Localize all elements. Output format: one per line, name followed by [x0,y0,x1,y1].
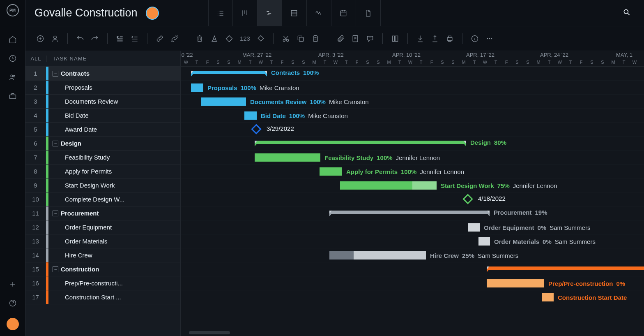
milestone-icon[interactable] [257,35,265,43]
unlink-icon[interactable] [170,35,179,43]
redo-icon[interactable] [91,35,99,43]
app-logo[interactable]: PM [7,4,19,16]
view-sheet[interactable] [282,0,307,26]
task-name: Construction [61,266,99,273]
gantt-task-bar[interactable]: Bid Date 100% Mike Cranston [244,111,257,120]
date-minor: M [309,60,320,66]
task-row[interactable]: 5 Award Date [25,123,180,137]
copy-icon[interactable] [297,35,305,43]
task-name: Award Date [48,126,97,133]
gantt-milestone[interactable] [251,124,261,134]
svg-point-9 [54,36,57,39]
gantt-task-bar[interactable]: Documents Review 100% Mike Cranston [201,97,246,106]
view-gantt[interactable] [258,0,282,26]
date-minor: M [608,60,619,66]
paste-icon[interactable] [311,35,320,43]
task-row[interactable]: 12 Order Equipment [25,220,180,234]
gantt-row: Bid Date 100% Mike Cranston [181,109,644,123]
text-style-icon[interactable] [210,35,218,43]
home-icon[interactable] [9,35,17,44]
task-row[interactable]: 14 Hire Crew [25,248,180,262]
task-row[interactable]: 4 Bid Date [25,109,180,123]
collapse-icon[interactable]: − [53,71,58,76]
more-icon[interactable] [485,35,494,43]
date-minor: S [586,60,597,66]
notes-icon[interactable] [351,35,359,43]
task-color-bar [46,206,48,220]
search-icon[interactable] [619,8,635,18]
date-major: APR, 17 '22 [466,52,494,58]
horizontal-scrollbar[interactable] [189,331,230,334]
print-icon[interactable] [446,35,454,43]
gantt-task-bar[interactable]: Apply for Permits 100% Jennifer Lennon [320,167,342,176]
task-row[interactable]: 9 Start Design Work [25,178,180,192]
task-row[interactable]: 17 Construction Start ... [25,290,180,304]
gantt-task-bar[interactable]: Order Equipment 0% Sam Summers [468,223,480,232]
date-minor: T [191,60,202,66]
gantt-milestone[interactable] [462,194,473,204]
task-number: 12 [25,220,46,234]
link-icon[interactable] [156,35,164,43]
team-icon[interactable] [9,73,17,81]
view-calendar[interactable] [331,0,356,26]
date-minor: T [490,60,501,66]
column-all[interactable]: ALL [25,56,47,62]
task-row[interactable]: 3 Documents Review [25,95,180,109]
project-avatar[interactable] [146,7,159,20]
add-task-icon[interactable] [36,35,44,43]
gantt-task-bar[interactable]: Feasibility Study 100% Jennifer Lennon [255,153,320,162]
gantt-task-bar[interactable]: Proposals 100% Mike Cranston [191,83,203,92]
task-row[interactable]: 2 Proposals [25,81,180,95]
collapse-icon[interactable]: − [53,266,58,272]
view-list[interactable] [208,0,233,26]
gantt-task-bar[interactable]: Prep/Pre-construction 0% [487,279,544,287]
task-row[interactable]: 10 Complete Design W... [25,192,180,206]
task-row[interactable]: 16 Prep/Pre-constructi... [25,276,180,290]
gantt-summary-bar[interactable]: Procurement 19% [329,211,490,214]
date-major: 3, 20 '22 [181,52,193,58]
date-minor: M [234,60,245,66]
info-icon[interactable] [471,35,479,43]
recent-icon[interactable] [9,54,17,63]
task-row[interactable]: 7 Feasibility Study [25,151,180,165]
tag-icon[interactable] [225,35,233,43]
indent-icon[interactable] [131,35,139,43]
comment-icon[interactable] [366,35,374,43]
view-board[interactable] [233,0,258,26]
view-file[interactable] [356,0,381,26]
delete-icon[interactable] [196,35,204,43]
view-dashboard[interactable] [307,0,331,26]
help-icon[interactable] [9,299,17,307]
gantt-summary-bar[interactable]: Design 80% [255,141,466,144]
collapse-icon[interactable]: − [53,141,58,146]
attach-icon[interactable] [336,35,345,43]
columns-icon[interactable] [391,35,399,43]
briefcase-icon[interactable] [9,92,17,100]
task-row[interactable]: 1 − Contracts [25,67,180,81]
gantt-summary-bar[interactable]: Contracts 100% [191,71,267,74]
gantt-task-bar[interactable]: Construction Start Date [542,293,554,301]
collapse-icon[interactable]: − [53,211,58,216]
gantt-task-bar[interactable]: Order Materials 0% Sam Summers [478,237,490,246]
task-row[interactable]: 8 Apply for Permits [25,165,180,178]
undo-icon[interactable] [76,35,84,43]
gantt-chart[interactable]: WTFSSMTWTFSSMTWTFSSMTWTFSSMTWTFSSMTWTFSS… [181,51,644,336]
task-row[interactable]: 11 − Procurement [25,206,180,220]
task-row[interactable]: 15 − Construction [25,262,180,276]
export-icon[interactable] [431,35,439,43]
column-task-name[interactable]: TASK NAME [47,56,87,62]
task-row[interactable]: 13 Order Materials [25,234,180,248]
date-major: APR, 24 '22 [540,52,568,58]
gantt-task-bar[interactable]: Start Design Work 75% Jennifer Lennon [340,181,437,190]
user-avatar[interactable] [7,318,19,330]
assign-icon[interactable] [51,35,59,43]
gantt-summary-bar[interactable]: Construction [487,266,644,270]
import-icon[interactable] [416,35,424,43]
task-row[interactable]: 6 − Design [25,137,180,151]
add-icon[interactable] [9,280,17,288]
task-name: Complete Design W... [48,196,124,203]
date-major: APR, 10 '22 [392,52,421,58]
cut-icon[interactable] [282,35,290,43]
gantt-task-bar[interactable]: Hire Crew 25% Sam Summers [329,251,426,260]
outdent-icon[interactable] [116,35,124,43]
